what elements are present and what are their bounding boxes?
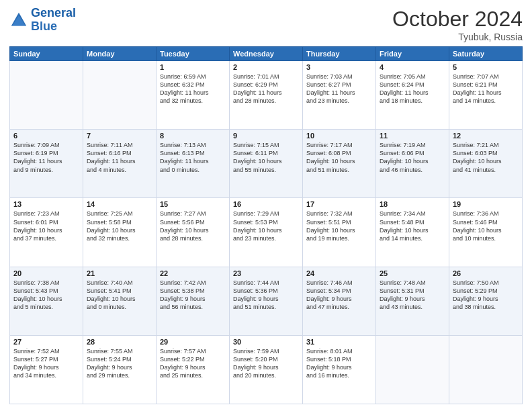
cell-content: Sunrise: 7:44 AM Sunset: 5:36 PM Dayligh…: [233, 279, 299, 312]
day-number: 24: [306, 269, 372, 277]
cell-content: Sunrise: 7:07 AM Sunset: 6:21 PM Dayligh…: [453, 73, 519, 105]
calendar-cell: 29Sunrise: 7:57 AM Sunset: 5:22 PM Dayli…: [157, 335, 230, 404]
calendar-cell: 17Sunrise: 7:32 AM Sunset: 5:51 PM Dayli…: [303, 198, 376, 267]
cell-content: Sunrise: 7:09 AM Sunset: 6:19 PM Dayligh…: [13, 141, 79, 174]
calendar-cell: 18Sunrise: 7:34 AM Sunset: 5:48 PM Dayli…: [376, 198, 449, 267]
calendar-cell: [83, 61, 157, 130]
col-thursday: Thursday: [303, 47, 376, 61]
calendar-cell: 16Sunrise: 7:29 AM Sunset: 5:53 PM Dayli…: [230, 198, 303, 267]
calendar-cell: 8Sunrise: 7:13 AM Sunset: 6:13 PM Daylig…: [157, 130, 230, 198]
cell-content: Sunrise: 6:59 AM Sunset: 6:32 PM Dayligh…: [160, 73, 226, 105]
day-number: 3: [306, 63, 372, 71]
cell-content: Sunrise: 7:46 AM Sunset: 5:34 PM Dayligh…: [306, 279, 372, 312]
day-number: 28: [87, 338, 152, 346]
cell-content: Sunrise: 7:17 AM Sunset: 6:08 PM Dayligh…: [306, 141, 372, 174]
header: General Blue October 2024 Tyubuk, Russia: [9, 7, 523, 42]
col-wednesday: Wednesday: [230, 47, 303, 61]
day-number: 7: [87, 132, 152, 140]
calendar-cell: 12Sunrise: 7:21 AM Sunset: 6:03 PM Dayli…: [449, 130, 523, 198]
calendar-week-4: 27Sunrise: 7:52 AM Sunset: 5:27 PM Dayli…: [10, 335, 523, 404]
calendar-cell: 15Sunrise: 7:27 AM Sunset: 5:56 PM Dayli…: [157, 198, 230, 267]
cell-content: Sunrise: 8:01 AM Sunset: 5:18 PM Dayligh…: [306, 347, 372, 380]
day-number: 21: [87, 269, 152, 277]
day-number: 10: [306, 132, 372, 140]
day-number: 1: [160, 63, 226, 71]
cell-content: Sunrise: 7:42 AM Sunset: 5:38 PM Dayligh…: [160, 279, 226, 312]
cell-content: Sunrise: 7:25 AM Sunset: 5:58 PM Dayligh…: [87, 210, 152, 242]
day-number: 20: [13, 269, 79, 277]
cell-content: Sunrise: 7:40 AM Sunset: 5:41 PM Dayligh…: [87, 279, 152, 312]
calendar-cell: 1Sunrise: 6:59 AM Sunset: 6:32 PM Daylig…: [157, 61, 230, 130]
calendar-cell: 14Sunrise: 7:25 AM Sunset: 5:58 PM Dayli…: [83, 198, 157, 267]
day-number: 27: [13, 338, 79, 346]
calendar-cell: 21Sunrise: 7:40 AM Sunset: 5:41 PM Dayli…: [83, 267, 157, 335]
day-number: 25: [380, 269, 445, 277]
calendar-cell: 25Sunrise: 7:48 AM Sunset: 5:31 PM Dayli…: [376, 267, 449, 335]
day-number: 14: [87, 200, 152, 208]
logo-icon: [9, 11, 28, 30]
calendar-cell: [10, 61, 83, 130]
calendar-cell: 20Sunrise: 7:38 AM Sunset: 5:43 PM Dayli…: [10, 267, 83, 335]
logo: General Blue: [9, 7, 76, 34]
cell-content: Sunrise: 7:11 AM Sunset: 6:16 PM Dayligh…: [87, 141, 152, 174]
cell-content: Sunrise: 7:21 AM Sunset: 6:03 PM Dayligh…: [453, 141, 519, 174]
calendar-cell: [376, 335, 449, 404]
cell-content: Sunrise: 7:32 AM Sunset: 5:51 PM Dayligh…: [306, 210, 372, 242]
calendar-header: Sunday Monday Tuesday Wednesday Thursday…: [10, 47, 523, 61]
day-number: 2: [233, 63, 299, 71]
calendar-week-3: 20Sunrise: 7:38 AM Sunset: 5:43 PM Dayli…: [10, 267, 523, 335]
calendar-cell: 5Sunrise: 7:07 AM Sunset: 6:21 PM Daylig…: [449, 61, 523, 130]
calendar-cell: 13Sunrise: 7:23 AM Sunset: 6:01 PM Dayli…: [10, 198, 83, 267]
calendar-body: 1Sunrise: 6:59 AM Sunset: 6:32 PM Daylig…: [10, 61, 523, 404]
day-number: 5: [453, 63, 519, 71]
calendar-cell: 31Sunrise: 8:01 AM Sunset: 5:18 PM Dayli…: [303, 335, 376, 404]
calendar-cell: 11Sunrise: 7:19 AM Sunset: 6:06 PM Dayli…: [376, 130, 449, 198]
day-number: 17: [306, 200, 372, 208]
cell-content: Sunrise: 7:48 AM Sunset: 5:31 PM Dayligh…: [380, 279, 445, 312]
cell-content: Sunrise: 7:01 AM Sunset: 6:29 PM Dayligh…: [233, 73, 299, 105]
calendar-cell: 3Sunrise: 7:03 AM Sunset: 6:27 PM Daylig…: [303, 61, 376, 130]
month-title: October 2024: [392, 7, 523, 32]
cell-content: Sunrise: 7:03 AM Sunset: 6:27 PM Dayligh…: [306, 73, 372, 105]
cell-content: Sunrise: 7:36 AM Sunset: 5:46 PM Dayligh…: [453, 210, 519, 242]
cell-content: Sunrise: 7:57 AM Sunset: 5:22 PM Dayligh…: [160, 347, 226, 380]
calendar-cell: 10Sunrise: 7:17 AM Sunset: 6:08 PM Dayli…: [303, 130, 376, 198]
logo-general: General: [31, 6, 76, 19]
calendar-cell: 6Sunrise: 7:09 AM Sunset: 6:19 PM Daylig…: [10, 130, 83, 198]
day-number: 23: [233, 269, 299, 277]
day-number: 29: [160, 338, 226, 346]
calendar-cell: 2Sunrise: 7:01 AM Sunset: 6:29 PM Daylig…: [230, 61, 303, 130]
cell-content: Sunrise: 7:34 AM Sunset: 5:48 PM Dayligh…: [380, 210, 445, 242]
calendar-week-0: 1Sunrise: 6:59 AM Sunset: 6:32 PM Daylig…: [10, 61, 523, 130]
day-number: 8: [160, 132, 226, 140]
calendar-cell: [449, 335, 523, 404]
cell-content: Sunrise: 7:23 AM Sunset: 6:01 PM Dayligh…: [13, 210, 79, 242]
calendar-cell: 26Sunrise: 7:50 AM Sunset: 5:29 PM Dayli…: [449, 267, 523, 335]
col-friday: Friday: [376, 47, 449, 61]
calendar-week-2: 13Sunrise: 7:23 AM Sunset: 6:01 PM Dayli…: [10, 198, 523, 267]
calendar-cell: 7Sunrise: 7:11 AM Sunset: 6:16 PM Daylig…: [83, 130, 157, 198]
day-number: 16: [233, 200, 299, 208]
calendar-cell: 30Sunrise: 7:59 AM Sunset: 5:20 PM Dayli…: [230, 335, 303, 404]
cell-content: Sunrise: 7:27 AM Sunset: 5:56 PM Dayligh…: [160, 210, 226, 242]
calendar-cell: 4Sunrise: 7:05 AM Sunset: 6:24 PM Daylig…: [376, 61, 449, 130]
cell-content: Sunrise: 7:50 AM Sunset: 5:29 PM Dayligh…: [453, 279, 519, 312]
day-number: 13: [13, 200, 79, 208]
calendar-cell: 27Sunrise: 7:52 AM Sunset: 5:27 PM Dayli…: [10, 335, 83, 404]
col-tuesday: Tuesday: [157, 47, 230, 61]
title-block: October 2024 Tyubuk, Russia: [392, 7, 523, 42]
cell-content: Sunrise: 7:55 AM Sunset: 5:24 PM Dayligh…: [87, 347, 152, 380]
cell-content: Sunrise: 7:15 AM Sunset: 6:11 PM Dayligh…: [233, 141, 299, 174]
calendar-week-1: 6Sunrise: 7:09 AM Sunset: 6:19 PM Daylig…: [10, 130, 523, 198]
logo-blue: Blue: [31, 19, 57, 33]
day-number: 11: [380, 132, 445, 140]
day-number: 31: [306, 338, 372, 346]
cell-content: Sunrise: 7:52 AM Sunset: 5:27 PM Dayligh…: [13, 347, 79, 380]
cell-content: Sunrise: 7:38 AM Sunset: 5:43 PM Dayligh…: [13, 279, 79, 312]
day-number: 4: [380, 63, 445, 71]
day-number: 9: [233, 132, 299, 140]
day-number: 6: [13, 132, 79, 140]
calendar-cell: 19Sunrise: 7:36 AM Sunset: 5:46 PM Dayli…: [449, 198, 523, 267]
svg-marker-1: [12, 15, 26, 26]
day-number: 22: [160, 269, 226, 277]
